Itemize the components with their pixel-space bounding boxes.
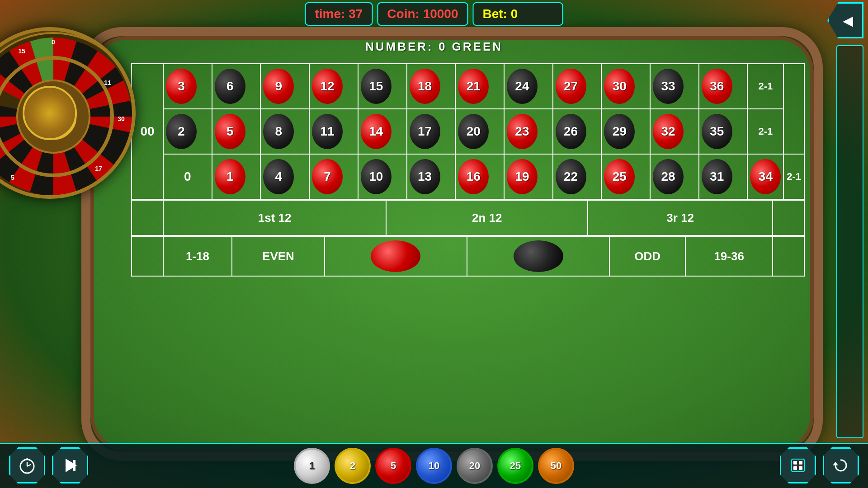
number-oval-3[interactable]: 3 <box>166 69 197 104</box>
number-cell-10[interactable]: 10 <box>358 154 407 199</box>
number-cell-9[interactable]: 9 <box>260 64 309 109</box>
bet-black[interactable] <box>467 236 609 276</box>
number-cell-18[interactable]: 18 <box>407 64 456 109</box>
number-oval-32[interactable]: 32 <box>653 114 684 149</box>
number-oval-25[interactable]: 25 <box>604 159 635 194</box>
bet-even[interactable]: EVEN <box>232 236 325 276</box>
number-cell-17[interactable]: 17 <box>407 109 456 154</box>
dozen-bet-3rd[interactable]: 3r 12 <box>588 200 773 235</box>
number-cell-36[interactable]: 36 <box>699 64 748 109</box>
number-oval-22[interactable]: 22 <box>556 159 586 194</box>
number-cell-11[interactable]: 11 <box>309 109 358 154</box>
two-to-one-top[interactable]: 2-1 <box>747 64 783 109</box>
number-oval-26[interactable]: 26 <box>556 114 586 149</box>
number-oval-17[interactable]: 17 <box>410 114 440 149</box>
number-cell-31[interactable]: 31 <box>699 154 748 199</box>
bet-odd[interactable]: ODD <box>609 236 685 276</box>
number-oval-18[interactable]: 18 <box>410 69 440 104</box>
number-cell-8[interactable]: 8 <box>260 109 309 154</box>
number-oval-19[interactable]: 19 <box>507 159 538 194</box>
number-cell-29[interactable]: 29 <box>601 109 650 154</box>
number-cell-25[interactable]: 25 <box>601 154 650 199</box>
number-oval-23[interactable]: 23 <box>507 114 538 149</box>
number-oval-7[interactable]: 7 <box>312 159 343 194</box>
number-cell-33[interactable]: 33 <box>650 64 699 109</box>
number-cell-28[interactable]: 28 <box>650 154 699 199</box>
number-oval-4[interactable]: 4 <box>263 159 294 194</box>
number-cell-14[interactable]: 14 <box>358 109 407 154</box>
number-oval-16[interactable]: 16 <box>458 159 489 194</box>
number-oval-33[interactable]: 33 <box>653 69 684 104</box>
bet-19-36[interactable]: 19-36 <box>685 236 773 276</box>
number-cell-23[interactable]: 23 <box>504 109 553 154</box>
number-oval-31[interactable]: 31 <box>702 159 732 194</box>
back-button[interactable]: ◀ <box>827 2 863 38</box>
zero-cell[interactable]: 0 <box>163 154 212 199</box>
number-cell-24[interactable]: 24 <box>504 64 553 109</box>
zero-label[interactable]: 0 <box>166 169 209 184</box>
number-cell-32[interactable]: 32 <box>650 109 699 154</box>
number-cell-3[interactable]: 3 <box>163 64 212 109</box>
number-oval-30[interactable]: 30 <box>604 69 635 104</box>
chip-2[interactable]: 2 <box>335 448 371 484</box>
number-cell-7[interactable]: 7 <box>309 154 358 199</box>
number-oval-11[interactable]: 11 <box>312 114 343 149</box>
number-oval-21[interactable]: 21 <box>458 69 489 104</box>
number-cell-22[interactable]: 22 <box>553 154 602 199</box>
number-oval-6[interactable]: 6 <box>215 69 245 104</box>
bet-1-18[interactable]: 1-18 <box>163 236 232 276</box>
number-oval-8[interactable]: 8 <box>263 114 294 149</box>
chip-5[interactable]: 5 <box>375 448 411 484</box>
number-oval-13[interactable]: 13 <box>410 159 440 194</box>
timer-button[interactable] <box>9 447 45 483</box>
number-oval-5[interactable]: 5 <box>215 114 245 149</box>
chip-10[interactable]: 10 <box>416 448 452 484</box>
number-oval-14[interactable]: 14 <box>361 114 392 149</box>
number-oval-2[interactable]: 2 <box>166 114 197 149</box>
number-oval-28[interactable]: 28 <box>653 159 684 194</box>
number-cell-1[interactable]: 1 <box>212 154 261 199</box>
number-cell-6[interactable]: 6 <box>212 64 261 109</box>
number-cell-21[interactable]: 21 <box>455 64 504 109</box>
bet-red[interactable] <box>325 236 467 276</box>
number-oval-27[interactable]: 27 <box>556 69 586 104</box>
double-zero[interactable]: 00 <box>132 124 163 139</box>
bet-action-button[interactable] <box>780 447 816 483</box>
number-cell-20[interactable]: 20 <box>455 109 504 154</box>
number-cell-27[interactable]: 27 <box>553 64 602 109</box>
number-cell-15[interactable]: 15 <box>358 64 407 109</box>
reset-button[interactable] <box>823 447 859 483</box>
number-cell-16[interactable]: 16 <box>455 154 504 199</box>
number-oval-12[interactable]: 12 <box>312 69 343 104</box>
number-oval-36[interactable]: 36 <box>702 69 732 104</box>
number-oval-34[interactable]: 34 <box>750 159 781 194</box>
chip-1[interactable]: 1 <box>294 448 330 484</box>
number-cell-19[interactable]: 19 <box>504 154 553 199</box>
number-oval-29[interactable]: 29 <box>604 114 635 149</box>
number-cell-12[interactable]: 12 <box>309 64 358 109</box>
number-cell-26[interactable]: 26 <box>553 109 602 154</box>
chip-25[interactable]: 25 <box>497 448 533 484</box>
number-cell-35[interactable]: 35 <box>699 109 748 154</box>
dozen-bet-1st[interactable]: 1st 12 <box>163 200 386 235</box>
number-oval-10[interactable]: 10 <box>361 159 392 194</box>
number-oval-24[interactable]: 24 <box>507 69 538 104</box>
number-cell-30[interactable]: 30 <box>601 64 650 109</box>
two-to-one-bot[interactable]: 2-1 <box>783 154 804 199</box>
pause-button[interactable] <box>52 447 88 483</box>
number-cell-34[interactable]: 34 <box>747 154 783 199</box>
number-oval-15[interactable]: 15 <box>361 69 392 104</box>
dozen-bet-2nd[interactable]: 2n 12 <box>386 200 588 235</box>
number-oval-20[interactable]: 20 <box>458 114 489 149</box>
number-oval-1[interactable]: 1 <box>215 159 245 194</box>
chip-50[interactable]: 50 <box>538 448 574 484</box>
two-to-one-mid[interactable]: 2-1 <box>747 109 783 154</box>
chip-20[interactable]: 20 <box>457 448 493 484</box>
number-cell-4[interactable]: 4 <box>260 154 309 199</box>
number-oval-9[interactable]: 9 <box>263 69 294 104</box>
number-oval-35[interactable]: 35 <box>702 114 732 149</box>
zero-double-cell[interactable]: 00 <box>132 64 163 199</box>
number-cell-5[interactable]: 5 <box>212 109 261 154</box>
number-cell-2[interactable]: 2 <box>163 109 212 154</box>
number-cell-13[interactable]: 13 <box>407 154 456 199</box>
